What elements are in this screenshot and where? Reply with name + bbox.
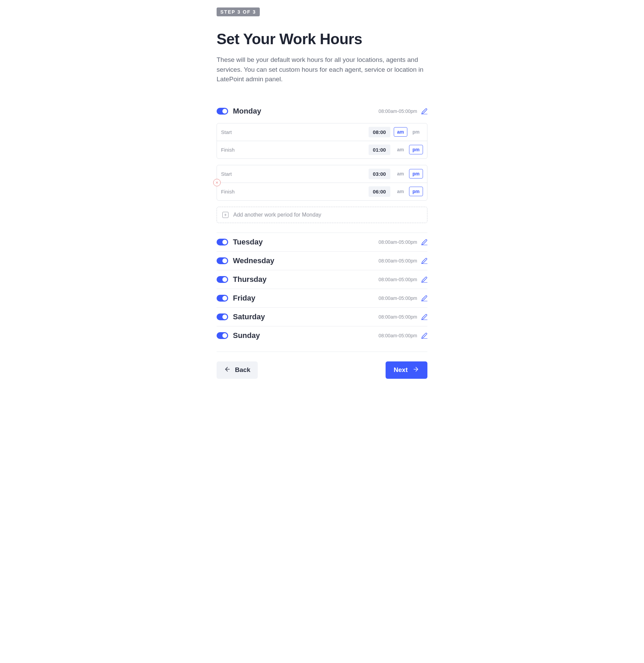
ampm-am-button[interactable]: am [394,169,407,178]
period-block: Start am pm Finish am pm [217,165,427,201]
page-description: These will be your default work hours fo… [217,55,427,84]
day-name: Saturday [233,312,378,321]
toggle-monday[interactable] [217,108,228,115]
day-row-friday: Friday 08:00am-05:00pm [217,289,427,308]
period-row-start: Start am pm [217,123,427,141]
day-row-thursday: Thursday 08:00am-05:00pm [217,270,427,289]
add-period-button[interactable]: Add another work period for Monday [217,207,427,223]
time-input-finish[interactable] [369,186,390,197]
plus-icon [222,212,228,218]
toggle-tuesday[interactable] [217,239,228,245]
edit-icon[interactable] [421,276,427,283]
ampm-am-button[interactable]: am [394,187,407,196]
ampm-pm-button[interactable]: pm [409,169,423,178]
other-days-list: Tuesday 08:00am-05:00pm Wednesday 08:00a… [217,233,427,345]
ampm-pm-button[interactable]: pm [409,145,423,154]
toggle-wednesday[interactable] [217,257,228,264]
edit-icon[interactable] [421,333,427,339]
toggle-saturday[interactable] [217,313,228,320]
ampm-pm-button[interactable]: pm [409,187,423,196]
toggle-sunday[interactable] [217,332,228,339]
period-label-start: Start [221,171,369,177]
next-button-label: Next [394,366,408,374]
period-row-start: Start am pm [217,165,427,183]
back-button-label: Back [235,366,250,374]
day-name-monday: Monday [233,107,378,116]
edit-icon[interactable] [421,295,427,301]
day-hours: 08:00am-05:00pm [378,258,417,264]
ampm-group: am pm [394,169,423,178]
edit-icon[interactable] [421,314,427,320]
day-name: Wednesday [233,256,378,265]
edit-icon[interactable] [421,258,427,264]
period-label-finish: Finish [221,147,369,153]
arrow-right-icon [412,366,419,374]
time-input-start[interactable] [369,127,390,137]
period-label-finish: Finish [221,189,369,194]
period-row-finish: Finish am pm [217,183,427,200]
time-input-start[interactable] [369,169,390,179]
periods-container-monday: Start am pm Finish am pm [217,123,427,223]
day-row-sunday: Sunday 08:00am-05:00pm [217,326,427,345]
day-hours-monday: 08:00am-05:00pm [378,108,417,114]
period-row-finish: Finish am pm [217,141,427,158]
period-label-start: Start [221,129,369,135]
toggle-thursday[interactable] [217,276,228,283]
ampm-pm-button[interactable]: pm [409,127,423,137]
remove-period-button[interactable] [213,179,221,186]
day-hours: 08:00am-05:00pm [378,239,417,245]
edit-icon[interactable] [421,239,427,245]
time-input-finish[interactable] [369,144,390,155]
day-row-wednesday: Wednesday 08:00am-05:00pm [217,252,427,270]
add-period-text: Add another work period for Monday [233,212,321,218]
day-name: Tuesday [233,238,378,247]
next-button[interactable]: Next [386,361,427,379]
page-title: Set Your Work Hours [217,31,427,48]
back-button[interactable]: Back [217,361,258,379]
day-hours: 08:00am-05:00pm [378,314,417,320]
ampm-group: am pm [394,127,423,137]
edit-icon[interactable] [421,108,427,114]
ampm-am-button[interactable]: am [394,145,407,154]
day-row-saturday: Saturday 08:00am-05:00pm [217,308,427,326]
ampm-am-button[interactable]: am [394,127,407,137]
day-name: Sunday [233,331,378,340]
day-name: Thursday [233,275,378,284]
day-row-tuesday: Tuesday 08:00am-05:00pm [217,233,427,252]
day-row-monday: Monday 08:00am-05:00pm [217,102,427,116]
arrow-left-icon [224,366,231,374]
day-hours: 08:00am-05:00pm [378,277,417,282]
step-badge: STEP 3 OF 3 [217,7,260,16]
day-hours: 08:00am-05:00pm [378,333,417,338]
day-hours: 08:00am-05:00pm [378,295,417,301]
toggle-friday[interactable] [217,295,228,302]
day-name: Friday [233,294,378,303]
ampm-group: am pm [394,187,423,196]
footer-nav: Back Next [217,352,427,379]
period-block: Start am pm Finish am pm [217,123,427,159]
ampm-group: am pm [394,145,423,154]
